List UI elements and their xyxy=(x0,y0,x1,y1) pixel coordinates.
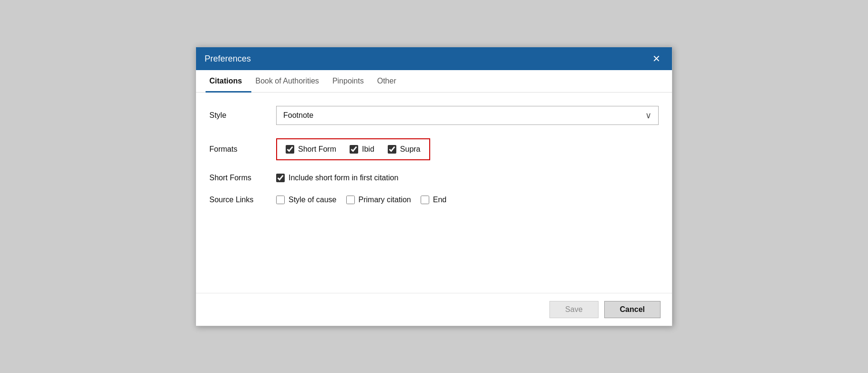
style-label: Style xyxy=(209,111,276,120)
save-button[interactable]: Save xyxy=(549,301,598,318)
preferences-dialog: Preferences ✕ Citations Book of Authorit… xyxy=(196,47,672,326)
tab-bar: Citations Book of Authorities Pinpoints … xyxy=(196,70,672,93)
supra-checkbox-group[interactable]: Supra xyxy=(388,145,421,154)
ibid-checkbox[interactable] xyxy=(350,145,358,154)
style-of-cause-checkbox-group[interactable]: Style of cause xyxy=(276,196,337,204)
short-form-label: Short Form xyxy=(298,145,336,154)
formats-label: Formats xyxy=(209,145,276,154)
primary-citation-checkbox[interactable] xyxy=(346,196,355,204)
end-label: End xyxy=(433,196,446,204)
chevron-down-icon: ∨ xyxy=(645,110,651,121)
end-checkbox[interactable] xyxy=(421,196,429,204)
include-short-form-label: Include short form in first citation xyxy=(289,174,398,182)
include-short-form-checkbox[interactable] xyxy=(276,174,285,182)
dialog-body: Citations Book of Authorities Pinpoints … xyxy=(196,70,672,326)
close-button[interactable]: ✕ xyxy=(650,53,663,64)
style-dropdown[interactable]: Footnote ∨ xyxy=(276,106,659,125)
dialog-title: Preferences xyxy=(205,54,251,64)
short-form-checkbox[interactable] xyxy=(286,145,294,154)
style-of-cause-label: Style of cause xyxy=(289,196,337,204)
style-row: Style Footnote ∨ xyxy=(209,106,659,125)
short-form-checkbox-group[interactable]: Short Form xyxy=(286,145,336,154)
source-links-row: Source Links Style of cause Primary cita… xyxy=(209,196,659,204)
ibid-checkbox-group[interactable]: Ibid xyxy=(350,145,374,154)
dialog-footer: Save Cancel xyxy=(196,293,672,326)
include-short-form-checkbox-group[interactable]: Include short form in first citation xyxy=(276,174,398,182)
source-links-label: Source Links xyxy=(209,196,276,204)
supra-label: Supra xyxy=(400,145,421,154)
tab-book-of-authorities[interactable]: Book of Authorities xyxy=(251,70,328,93)
short-forms-label: Short Forms xyxy=(209,174,276,182)
tab-pinpoints[interactable]: Pinpoints xyxy=(329,70,373,93)
tab-citations[interactable]: Citations xyxy=(206,70,251,93)
formats-box: Short Form Ibid Supra xyxy=(276,138,430,160)
style-of-cause-checkbox[interactable] xyxy=(276,196,285,204)
primary-citation-label: Primary citation xyxy=(359,196,411,204)
style-selected-value: Footnote xyxy=(283,111,313,120)
cancel-button[interactable]: Cancel xyxy=(604,301,661,318)
end-checkbox-group[interactable]: End xyxy=(421,196,446,204)
tab-content: Style Footnote ∨ Formats Short Form Ibid xyxy=(196,93,672,293)
title-bar: Preferences ✕ xyxy=(196,47,672,70)
source-links-group: Style of cause Primary citation End xyxy=(276,196,446,204)
short-forms-row: Short Forms Include short form in first … xyxy=(209,174,659,182)
tab-other[interactable]: Other xyxy=(373,70,406,93)
formats-row: Formats Short Form Ibid Supra xyxy=(209,138,659,160)
primary-citation-checkbox-group[interactable]: Primary citation xyxy=(346,196,411,204)
ibid-label: Ibid xyxy=(362,145,374,154)
supra-checkbox[interactable] xyxy=(388,145,396,154)
